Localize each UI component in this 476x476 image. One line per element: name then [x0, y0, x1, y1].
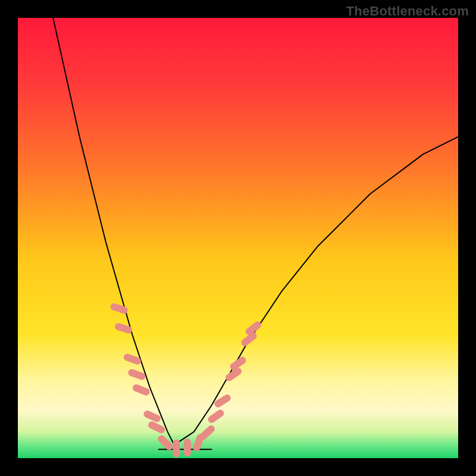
attribution-text: TheBottleneck.com: [346, 4, 469, 19]
chart-frame: TheBottleneck.com: [0, 0, 476, 476]
marker-8: [173, 440, 180, 458]
chart-svg: [18, 18, 458, 458]
plot-area: [18, 18, 458, 458]
gradient-background: [18, 18, 458, 458]
marker-9: [184, 439, 191, 456]
